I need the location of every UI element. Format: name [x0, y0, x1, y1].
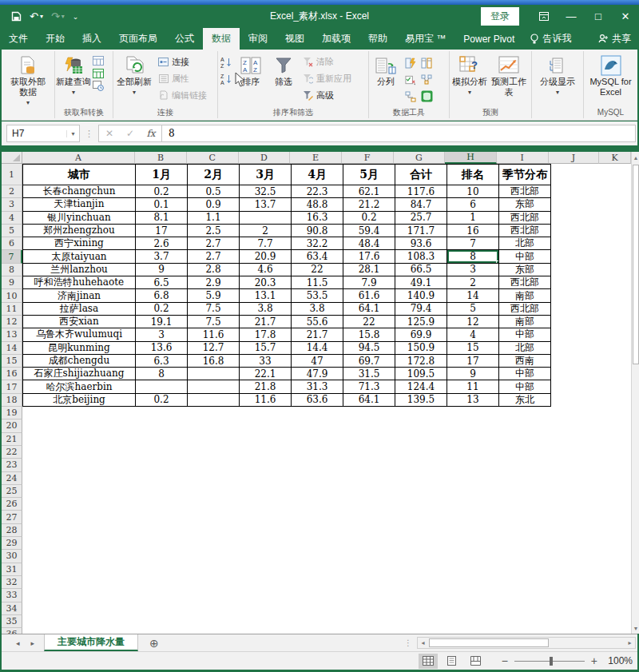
cell-H26[interactable] [447, 498, 499, 511]
cell-K30[interactable] [602, 550, 631, 563]
cell-C16[interactable] [188, 368, 240, 380]
cell-A17[interactable]: 哈尔滨haerbin [22, 380, 136, 393]
cell-K17[interactable] [602, 380, 631, 393]
cell-K27[interactable] [602, 511, 631, 523]
cell-C1[interactable]: 2月 [188, 164, 240, 185]
new-sheet-button[interactable]: ⊕ [138, 634, 170, 651]
cell-H10[interactable]: 14 [447, 289, 499, 302]
cell-J26[interactable] [551, 498, 602, 511]
cell-J36[interactable] [551, 628, 602, 634]
cell-K31[interactable] [602, 563, 631, 576]
clear-filter-button[interactable]: 清除 [300, 54, 354, 70]
cell-H22[interactable] [447, 446, 499, 459]
cell-E33[interactable] [292, 589, 343, 602]
cell-I7[interactable]: 中部 [499, 250, 551, 263]
cell-I32[interactable] [499, 576, 551, 589]
cell-A35[interactable] [22, 615, 136, 628]
row-header-34[interactable]: 34 [2, 602, 22, 615]
cell-E34[interactable] [292, 602, 343, 615]
cell-D17[interactable]: 21.8 [240, 380, 292, 393]
row-header-3[interactable]: 3 [2, 198, 22, 211]
cell-H31[interactable] [447, 563, 499, 576]
cell-C28[interactable] [188, 524, 240, 537]
column-header-I[interactable]: I [497, 152, 549, 164]
cell-I31[interactable] [499, 563, 551, 576]
cell-F22[interactable] [343, 446, 395, 459]
cell-H9[interactable]: 2 [447, 276, 499, 289]
row-header-12[interactable]: 12 [2, 316, 22, 328]
cell-I13[interactable]: 中部 [499, 328, 551, 341]
cell-A19[interactable] [22, 407, 136, 420]
sort-button[interactable]: ZAAZ 排序 [234, 53, 268, 89]
data-validation-icon[interactable] [405, 74, 417, 85]
row-header-31[interactable]: 31 [2, 563, 22, 576]
cell-I27[interactable] [499, 511, 551, 523]
cell-H32[interactable] [447, 576, 499, 589]
cell-K3[interactable] [602, 198, 631, 211]
cell-A8[interactable]: 兰州lanzhou [22, 264, 136, 276]
column-header-D[interactable]: D [239, 152, 291, 164]
cell-I4[interactable]: 西北部 [499, 212, 551, 225]
cell-H36[interactable] [447, 628, 499, 634]
cell-D23[interactable] [240, 459, 292, 471]
cell-A13[interactable]: 乌鲁木齐wulumuqi [22, 328, 136, 341]
cell-E9[interactable]: 11.5 [292, 276, 343, 289]
advanced-filter-button[interactable]: 高级 [300, 87, 354, 103]
cell-E29[interactable] [292, 537, 343, 550]
cell-H7[interactable]: 8 [447, 250, 499, 263]
row-header-10[interactable]: 10 [2, 289, 22, 302]
cell-A30[interactable] [22, 550, 136, 563]
zoom-in-icon[interactable]: + [591, 654, 597, 667]
row-header-22[interactable]: 22 [2, 446, 22, 459]
cell-E12[interactable]: 55.6 [292, 316, 343, 328]
cell-K15[interactable] [602, 355, 631, 368]
cell-B30[interactable] [136, 550, 188, 563]
cell-E22[interactable] [292, 446, 343, 459]
cell-F33[interactable] [343, 589, 395, 602]
cell-C3[interactable]: 0.9 [188, 198, 240, 211]
row-header-15[interactable]: 15 [2, 355, 22, 368]
cell-F6[interactable]: 48.4 [343, 237, 395, 250]
cell-H24[interactable] [447, 472, 499, 485]
cell-G18[interactable]: 139.5 [395, 394, 447, 407]
cell-C8[interactable]: 2.8 [188, 264, 240, 276]
menu-tab[interactable]: 易用宝 ™ [396, 28, 454, 50]
cell-A16[interactable]: 石家庄shijiazhuang [22, 368, 136, 380]
cell-J18[interactable] [551, 394, 602, 407]
cell-B1[interactable]: 1月 [136, 164, 188, 185]
cell-F14[interactable]: 94.5 [343, 342, 395, 355]
row-header-7[interactable]: 7 [2, 250, 22, 263]
cell-H2[interactable]: 10 [447, 185, 499, 198]
cell-I5[interactable]: 西北部 [499, 225, 551, 237]
login-button[interactable]: 登录 [481, 7, 519, 26]
cell-E18[interactable]: 63.6 [292, 394, 343, 407]
cell-F2[interactable]: 62.1 [343, 185, 395, 198]
cell-F7[interactable]: 17.6 [343, 250, 395, 263]
scrollbar-resize-handle[interactable]: ⋮ [404, 638, 412, 647]
cell-E14[interactable]: 14.4 [292, 342, 343, 355]
cell-H13[interactable]: 4 [447, 328, 499, 341]
cell-B25[interactable] [136, 485, 188, 498]
cell-H1[interactable]: 排名 [447, 164, 499, 185]
cell-G20[interactable] [395, 420, 447, 432]
cell-H8[interactable]: 3 [447, 264, 499, 276]
cell-A7[interactable]: 太原taiyuan [22, 250, 136, 263]
cell-H23[interactable] [447, 459, 499, 471]
cell-D26[interactable] [240, 498, 292, 511]
cell-C13[interactable]: 11.6 [188, 328, 240, 341]
cell-A10[interactable]: 济南jinan [22, 289, 136, 302]
cell-K33[interactable] [602, 589, 631, 602]
reapply-filter-button[interactable]: 重新应用 [300, 70, 354, 86]
cell-J6[interactable] [551, 237, 602, 250]
cell-H20[interactable] [447, 420, 499, 432]
cell-C27[interactable] [188, 511, 240, 523]
cell-G1[interactable]: 合计 [395, 164, 447, 185]
cell-B2[interactable]: 0.2 [136, 185, 188, 198]
row-header-21[interactable]: 21 [2, 433, 22, 446]
cell-C5[interactable]: 2.5 [188, 225, 240, 237]
cell-J2[interactable] [551, 185, 602, 198]
cell-D18[interactable]: 11.6 [240, 394, 292, 407]
cell-F26[interactable] [343, 498, 395, 511]
cell-E11[interactable]: 3.8 [292, 303, 343, 316]
cell-A32[interactable] [22, 576, 136, 589]
